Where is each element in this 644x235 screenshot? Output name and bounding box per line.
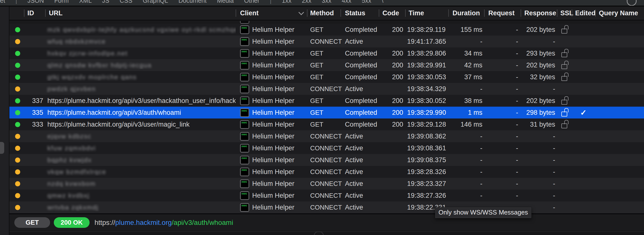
chevron-down-icon[interactable] (298, 10, 304, 15)
cell-method: CONNECT (307, 144, 340, 152)
column-header-response[interactable]: Response (521, 6, 557, 20)
column-header-status[interactable]: Status (340, 6, 379, 20)
request-row[interactable]: kfuw zqmxbdviexecHelium HelperCONNECTAct… (10, 142, 644, 154)
status-dot-cell (10, 134, 24, 139)
status-dot-cell (10, 205, 24, 210)
request-row[interactable]: wfuq nbdxkzmvceexecHelium HelperCONNECTA… (10, 36, 644, 48)
column-header-code-label: Code (382, 10, 399, 17)
client-app-icon: exec (240, 156, 249, 164)
request-url[interactable]: https://plume.hackmit.org/api/v3/auth/wh… (94, 219, 233, 226)
request-row[interactable]: ejqvw kdbzscexecHelium HelperCONNECTActi… (10, 130, 644, 142)
orange-status-dot (15, 169, 20, 174)
cell-status: Active (340, 204, 379, 211)
request-row[interactable]: hxkqv zjcrw-infodlpe.netexecHelium Helpe… (10, 48, 644, 59)
column-header-client[interactable]: Client (236, 6, 307, 20)
column-header-edited[interactable]: Edited (572, 6, 595, 20)
redacted-url-blur: kfuw zqmxbdvi (47, 144, 96, 152)
filter-tab-document[interactable]: Document (178, 0, 206, 4)
filter-tab-3xx[interactable]: 3xx (322, 0, 332, 4)
request-row[interactable]: wrtvba zqkxmdjexecHelium HelperCONNECTAc… (10, 202, 644, 213)
cell-duration: - (448, 156, 484, 164)
filter-tab-et[interactable]: et (0, 0, 5, 4)
cell-time: 19:41:17.365 (405, 38, 448, 46)
ssl-unlocked-icon (561, 124, 567, 128)
filter-tab-5xx[interactable]: 5xx (362, 0, 371, 4)
request-row[interactable]: gtkj wqzxdv moplrche qansexecHelium Help… (10, 71, 644, 83)
column-header-method[interactable]: Method (307, 6, 340, 20)
green-status-dot (15, 74, 20, 80)
cell-method: CONNECT (307, 38, 340, 46)
bottom-panel-edge (0, 231, 644, 235)
client-app-icon: exec (240, 96, 249, 105)
client-icon-exec-text: exec (242, 145, 247, 148)
column-header-edited-label: Edited (575, 10, 596, 17)
client-app-icon: exec (240, 26, 249, 34)
cell-response: - (521, 144, 557, 152)
cell-request: - (484, 121, 521, 128)
cell-time: 19:38:27.326 (405, 192, 448, 200)
column-header-code[interactable]: Code (379, 6, 405, 20)
client-app-icon: exec (240, 73, 249, 82)
client-icon-exec-text: exec (242, 192, 247, 195)
filter-tab-css[interactable]: CSS (120, 0, 132, 4)
request-row-337[interactable]: 337https://plume.hackmit.org/api/v3/user… (10, 95, 644, 107)
cell-ssl (557, 108, 572, 116)
client-app-icon: exec (240, 85, 249, 93)
redacted-url-blur: gtkj wqzxdv moplrche qans (47, 73, 137, 81)
column-header-time[interactable]: Time (405, 6, 448, 20)
cell-request: - (484, 62, 521, 69)
cell-url: ejqvw kdbzsc (45, 132, 236, 140)
request-row[interactable]: mzk qwvdxbplr-tejhfy aqzkucsnd vgxiwe oy… (10, 24, 644, 36)
column-header-ssl[interactable]: SSL (557, 6, 572, 20)
column-header-query-name[interactable]: Query Name (595, 6, 644, 20)
cell-time: 19:38:28.326 (405, 168, 448, 176)
request-row[interactable]: bqphz kvwjdxexecHelium HelperCONNECTActi… (10, 154, 644, 166)
column-header-request[interactable]: Request (484, 6, 521, 20)
filter-tab-other[interactable]: Other (244, 0, 260, 4)
record-button-icon[interactable] (627, 0, 636, 6)
column-header-id[interactable]: ID (24, 6, 45, 20)
client-icon-exec-text: exec (242, 110, 247, 112)
filter-tab-1xx[interactable]: 1xx (282, 0, 292, 4)
column-header-duration[interactable]: Duration (448, 6, 484, 20)
sidebar-drag-handle[interactable] (0, 142, 4, 154)
cell-status: Completed (340, 73, 379, 81)
column-header-url[interactable]: URL (45, 6, 236, 20)
request-row-333[interactable]: 333https://plume.hackmit.org/api/v3/user… (10, 118, 644, 130)
request-row[interactable]: vkqw bzmdfxlrqceexecHelium HelperCONNECT… (10, 166, 644, 178)
cell-duration: 1 ms (448, 109, 484, 116)
cell-response: 298 bytes (521, 109, 557, 116)
cell-client: execHelium Helper (236, 96, 307, 105)
cell-method: CONNECT (307, 168, 340, 176)
cell-url: pwdzk qjxvben (45, 85, 236, 93)
status-dot-cell (10, 169, 24, 174)
cell-status: Active (340, 180, 379, 188)
cell-url: wrtvba zqkxmdj (45, 204, 236, 211)
column-header-ssl-label: SSL (560, 10, 574, 17)
request-row[interactable]: qmwz kvdbxjexecHelium HelperCONNECTActiv… (10, 190, 644, 202)
filter-tab-[interactable]: \ (382, 0, 384, 4)
request-row[interactable]: nzdq kvwxbomexecHelium HelperCONNECTActi… (10, 178, 644, 190)
filter-tab-4xx[interactable]: 4xx (342, 0, 351, 4)
cell-url: gtkj wqzxdv moplrche qans (45, 73, 236, 81)
filter-tab-2xx[interactable]: 2xx (302, 0, 312, 4)
cell-duration: - (448, 168, 484, 176)
filter-tab-json[interactable]: JSON (28, 0, 44, 4)
cell-method: GET (307, 121, 340, 128)
status-dot-cell (10, 146, 24, 151)
filter-tab-form[interactable]: Form (54, 0, 68, 4)
filter-tab-media[interactable]: Media (217, 0, 234, 4)
green-status-dot (15, 122, 20, 127)
request-row-335[interactable]: 335https://plume.hackmit.org/api/v3/auth… (10, 107, 644, 118)
filter-tab-js[interactable]: JS (102, 0, 109, 4)
url-scheme: https:// (94, 219, 115, 226)
cell-duration: 37 ms (448, 73, 484, 81)
tooltip: Only show WS/WSS Messages (435, 207, 532, 218)
client-icon-exec-text: exec (242, 74, 247, 76)
filter-tab-xml[interactable]: XML (79, 0, 92, 4)
request-row[interactable]: qlmz qnsdw kvfbxr hdptj-iecguaexecHelium… (10, 59, 644, 71)
panel-resize-handle[interactable] (314, 231, 324, 235)
request-row[interactable]: pwdzk qjxvbenexecHelium HelperCONNECTAct… (10, 83, 644, 95)
cell-method: CONNECT (307, 192, 340, 200)
filter-tab-graphql[interactable]: GraphQL (142, 0, 168, 4)
